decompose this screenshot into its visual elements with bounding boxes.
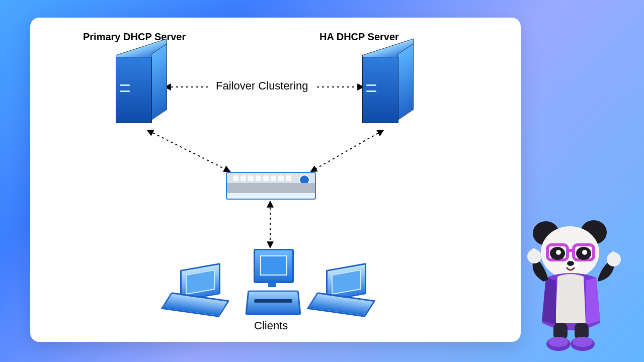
- failover-link-label: Failover Clustering: [216, 79, 308, 93]
- svg-rect-18: [531, 248, 536, 256]
- svg-rect-20: [611, 251, 616, 259]
- server-icon: [116, 47, 176, 132]
- primary-server-label: Primary DHCP Server: [83, 31, 186, 43]
- clients-label: Clients: [254, 319, 288, 332]
- svg-point-14: [582, 250, 587, 255]
- svg-line-2: [148, 131, 229, 171]
- svg-point-13: [556, 250, 561, 255]
- svg-point-25: [548, 337, 569, 347]
- network-hub-icon: [226, 172, 314, 200]
- server-icon: [362, 47, 423, 132]
- svg-point-26: [573, 337, 593, 347]
- svg-point-16: [567, 261, 574, 266]
- ha-server-label: HA DHCP Server: [319, 31, 399, 43]
- svg-line-3: [312, 131, 382, 171]
- diagram-card: Primary DHCP Server Failover Clustering …: [30, 18, 521, 342]
- laptop-icon: [166, 266, 226, 317]
- desktop-icon: [242, 249, 302, 319]
- laptop-icon: [312, 266, 372, 317]
- panda-mascot: [518, 217, 624, 353]
